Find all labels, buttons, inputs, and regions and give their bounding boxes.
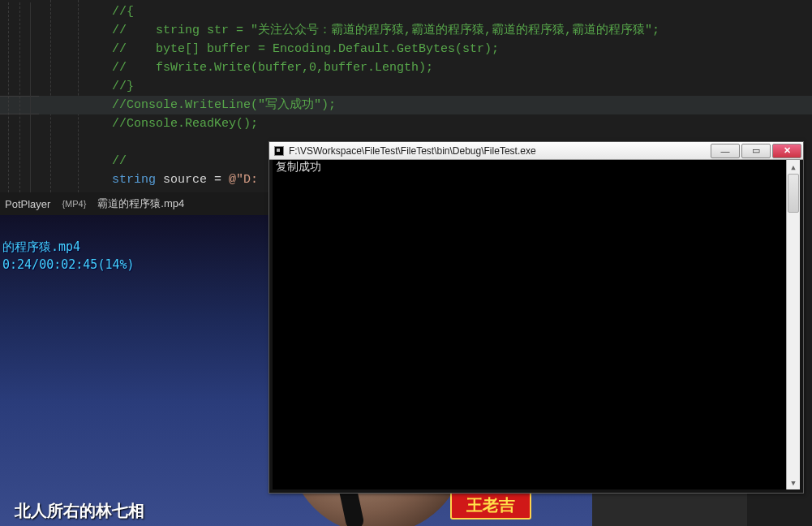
console-titlebar[interactable]: F:\VSWorkspace\FileTest\FileTest\bin\Deb… (269, 142, 803, 160)
maximize-button[interactable]: ▭ (741, 144, 771, 158)
scroll-up-arrow[interactable]: ▲ (787, 160, 800, 174)
console-body[interactable]: 复制成功 ▲ ▼ (273, 160, 800, 489)
scroll-thumb[interactable] (788, 174, 799, 213)
editor-gutter (0, 2, 31, 192)
video-overlay-time: 0:24/00:02:45(14%) (2, 257, 135, 272)
console-title-text: F:\VSWorkspace\FileTest\FileTest\bin\Deb… (289, 145, 536, 157)
potplayer-format-tag: {MP4} (62, 199, 86, 209)
console-icon (274, 146, 284, 156)
console-scrollbar[interactable]: ▲ ▼ (786, 160, 800, 489)
scroll-down-arrow[interactable]: ▼ (787, 476, 800, 489)
console-window[interactable]: F:\VSWorkspace\FileTest\FileTest\bin\Deb… (269, 141, 804, 494)
minimize-button[interactable]: — (711, 144, 740, 158)
potplayer-filename: 霸道的程序猿.mp4 (97, 196, 184, 211)
potplayer-app-name: PotPlayer (5, 198, 50, 210)
video-overlay-filename: 的程序猿.mp4 (2, 239, 80, 255)
console-output: 复制成功 (276, 160, 321, 173)
wanglaoji-logo: 王老吉 (450, 490, 531, 520)
window-controls: — ▭ ✕ (711, 144, 803, 158)
close-button[interactable]: ✕ (772, 144, 801, 158)
video-subtitle: 北人所右的林七相 (15, 500, 144, 522)
